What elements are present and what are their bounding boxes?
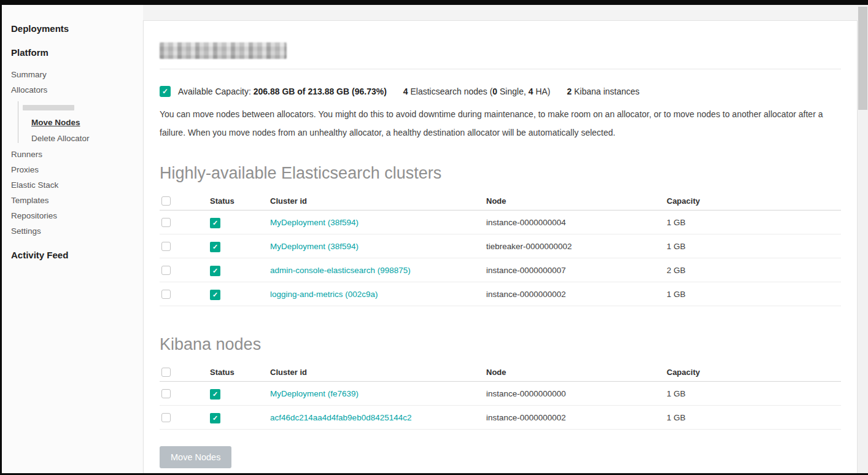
sidebar-item-platform[interactable]: Platform [11,47,143,58]
sidebar-item-elastic-stack[interactable]: Elastic Stack [11,181,143,190]
column-header-node: Node [486,196,667,206]
kibana-table-header-row: Status Cluster id Node Capacity [160,363,841,382]
kibana-table: Status Cluster id Node Capacity ✓ MyDepl… [160,363,841,430]
cluster-link[interactable]: MyDeployment (38f594) [270,242,358,251]
node-id: instance-0000000007 [486,266,667,275]
table-row: ✓ admin-console-elasticsearch (998875) i… [160,258,841,282]
sidebar-item-runners[interactable]: Runners [11,150,143,159]
column-header-cluster-id: Cluster id [270,196,486,206]
move-nodes-card: ✓ Available Capacity: 206.88 GB of 213.8… [143,20,858,475]
column-header-cluster-id: Cluster id [270,368,486,377]
sidebar-item-proxies[interactable]: Proxies [11,166,143,174]
es-node-count: 4 [403,87,408,96]
ha-text: HA) [533,87,551,96]
sidebar-item-settings[interactable]: Settings [11,227,143,236]
status-healthy-icon: ✓ [210,266,220,276]
single-text: Single, [497,87,529,96]
ha-count: 4 [529,87,533,96]
es-select-all-checkbox[interactable] [161,196,171,206]
ece-admin-console: Deployments Platform Summary Allocators … [0,0,868,475]
node-capacity: 1 GB [667,242,841,251]
column-header-status: Status [210,196,270,206]
redacted-allocator-id [23,105,74,110]
description-text: You can move nodes between allocators. Y… [160,105,841,142]
capacity-summary: ✓ Available Capacity: 206.88 GB of 213.8… [160,86,841,97]
row-checkbox[interactable] [161,266,171,275]
capacity-value: 206.88 GB of 213.88 GB (96.73%) [254,87,387,96]
row-checkbox[interactable] [161,290,171,299]
capacity-label: Available Capacity: [178,87,251,96]
node-id: instance-0000000002 [486,290,667,299]
elasticsearch-nodes-segment: 4 Elasticsearch nodes (0 Single, 4 HA) [403,87,551,96]
kibana-instances-segment: 2 Kibana instances [567,87,640,96]
row-checkbox[interactable] [161,389,171,398]
column-header-capacity: Capacity [667,196,841,206]
redacted-allocator-title [160,42,287,59]
status-healthy-icon: ✓ [210,413,220,423]
node-id: instance-0000000000 [486,389,667,398]
scrollbar-track[interactable] [858,5,868,473]
main-content: ✓ Available Capacity: 206.88 GB of 213.8… [143,5,858,473]
single-count: 0 [492,87,497,96]
row-checkbox[interactable] [161,218,171,227]
row-checkbox[interactable] [161,242,171,251]
page-content: Deployments Platform Summary Allocators … [2,5,858,473]
sidebar-item-allocators[interactable]: Allocators [11,86,143,95]
window-edge-top [0,0,868,5]
es-table-header-row: Status Cluster id Node Capacity [160,191,841,210]
kibana-section-title: Kibana nodes [160,335,841,354]
table-row: ✓ MyDeployment (fe7639) instance-0000000… [160,382,841,406]
node-id: instance-0000000002 [486,413,667,422]
row-checkbox[interactable] [161,413,171,422]
es-section-title: Highly-available Elasticsearch clusters [160,164,841,183]
cluster-link[interactable]: admin-console-elasticsearch (998875) [270,266,411,275]
node-capacity: 1 GB [667,389,841,398]
sidebar: Deployments Platform Summary Allocators … [2,5,143,473]
node-capacity: 2 GB [667,266,841,275]
card-header [160,42,841,69]
scrollbar-thumb[interactable] [858,7,867,110]
column-header-node: Node [486,368,667,377]
kibana-text: Kibana instances [572,87,640,96]
column-header-status: Status [210,368,270,377]
status-healthy-icon: ✓ [210,218,220,228]
sidebar-item-repositories[interactable]: Repositories [11,212,143,220]
node-capacity: 1 GB [667,218,841,227]
capacity-segment: Available Capacity: 206.88 GB of 213.88 … [178,87,387,96]
es-table: Status Cluster id Node Capacity ✓ MyDepl… [160,191,841,306]
table-row: ✓ MyDeployment (38f594) tiebreaker-00000… [160,234,841,258]
column-header-capacity: Capacity [667,368,841,377]
window-edge-left [0,0,2,475]
cluster-link[interactable]: MyDeployment (fe7639) [270,389,358,398]
table-row: ✓ logging-and-metrics (002c9a) instance-… [160,282,841,306]
es-node-text: Elasticsearch nodes ( [408,87,493,96]
sidebar-item-templates[interactable]: Templates [11,196,143,205]
node-capacity: 1 GB [667,290,841,299]
healthy-check-icon: ✓ [160,86,171,97]
sidebar-item-activity-feed[interactable]: Activity Feed [11,250,143,260]
table-row: ✓ MyDeployment (38f594) instance-0000000… [160,210,841,234]
allocator-subtree: Move Nodes Delete Allocator [18,101,143,143]
node-id: instance-0000000004 [486,218,667,227]
sidebar-item-move-nodes[interactable]: Move Nodes [18,118,143,127]
cluster-link[interactable]: logging-and-metrics (002c9a) [270,290,378,299]
table-row: ✓ acf46dc214aa4d4fab9eb0d8425144c2 insta… [160,406,841,430]
node-id: tiebreaker-0000000002 [486,242,667,251]
cluster-link[interactable]: MyDeployment (38f594) [270,218,358,227]
status-healthy-icon: ✓ [210,290,220,300]
node-capacity: 1 GB [667,413,841,422]
sidebar-item-delete-allocator[interactable]: Delete Allocator [18,134,143,143]
sidebar-item-deployments[interactable]: Deployments [11,23,143,34]
kibana-select-all-checkbox[interactable] [161,368,171,377]
status-healthy-icon: ✓ [210,389,220,400]
status-healthy-icon: ✓ [210,242,220,252]
move-nodes-button[interactable]: Move Nodes [160,446,231,468]
cluster-link[interactable]: acf46dc214aa4d4fab9eb0d8425144c2 [270,413,411,422]
sidebar-item-summary[interactable]: Summary [11,71,143,79]
